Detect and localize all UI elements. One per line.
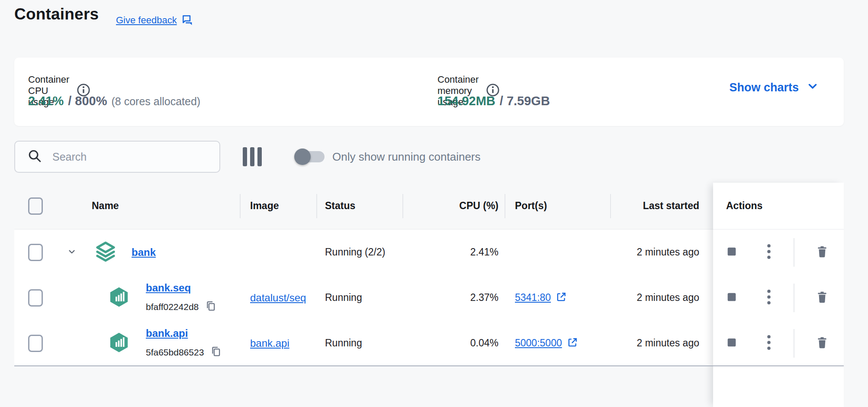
cpu-value: 2.37%	[402, 292, 505, 304]
column-resize-handle[interactable]	[316, 194, 317, 218]
containers-page: Containers Give feedback Container CPU u…	[0, 0, 868, 407]
container-hexagon-icon	[108, 285, 130, 311]
status-text: Running	[316, 337, 402, 349]
column-resize-handle[interactable]	[402, 194, 403, 218]
toggle-thumb	[294, 149, 311, 165]
image-link[interactable]: datalust/seq	[250, 292, 306, 304]
select-all-checkbox[interactable]	[28, 197, 43, 215]
cpu-value: 2.41%	[402, 246, 505, 258]
memory-total-value: / 7.59GB	[500, 94, 550, 108]
usage-stats-card: Container CPU usage 2.41% / 800% (8 core…	[14, 58, 844, 126]
actions-divider	[794, 329, 794, 358]
container-group-link[interactable]: bank	[132, 246, 156, 258]
actions-divider	[794, 238, 794, 267]
header-cpu: CPU (%)	[402, 200, 505, 212]
header-status: Status	[316, 200, 402, 212]
show-charts-label: Show charts	[729, 81, 799, 94]
memory-used-value: 154.92MB	[437, 94, 495, 108]
status-text: Running	[316, 292, 402, 304]
row-checkbox[interactable]	[28, 289, 43, 307]
expand-chevron-icon[interactable]	[66, 246, 77, 259]
table-bottom-border	[14, 365, 844, 366]
image-link[interactable]: bank.api	[250, 337, 289, 349]
actions-divider	[794, 284, 794, 312]
cpu-used-value: 2.41%	[28, 94, 64, 108]
last-started-value: 2 minutes ago	[610, 246, 713, 258]
header-image: Image	[240, 200, 316, 212]
actions-row	[713, 229, 844, 275]
table-header: Name Image Status CPU (%) Port(s) Last s…	[14, 183, 713, 229]
give-feedback-label[interactable]: Give feedback	[116, 15, 177, 26]
port-link[interactable]: 5000:5000	[515, 337, 562, 349]
running-only-toggle[interactable]	[294, 149, 328, 165]
external-link-icon[interactable]	[566, 336, 579, 350]
search-field[interactable]	[14, 141, 220, 173]
give-feedback-link[interactable]: Give feedback	[116, 14, 194, 27]
search-input[interactable]	[51, 150, 200, 164]
kebab-menu-icon[interactable]	[766, 243, 772, 262]
header-ports: Port(s)	[505, 200, 610, 212]
cpu-total-value: / 800%	[68, 94, 107, 108]
kebab-menu-icon[interactable]	[766, 334, 772, 353]
search-icon	[15, 149, 42, 165]
last-started-value: 2 minutes ago	[610, 292, 713, 304]
actions-column-panel: Actions	[713, 183, 844, 407]
container-id: bfaff02242d8	[146, 302, 199, 312]
header-actions: Actions	[713, 183, 844, 229]
row-checkbox[interactable]	[28, 335, 43, 352]
container-link[interactable]: bank.api	[146, 327, 222, 339]
header-name: Name	[90, 200, 240, 212]
column-resize-handle[interactable]	[505, 194, 505, 218]
cpu-cores-note: (8 cores allocated)	[112, 95, 201, 108]
delete-button[interactable]	[815, 245, 829, 260]
copy-icon[interactable]	[205, 300, 217, 314]
chevron-down-icon	[807, 80, 819, 95]
actions-row	[713, 275, 844, 320]
external-link-icon[interactable]	[555, 291, 567, 305]
container-hexagon-icon	[108, 330, 130, 356]
header-last-started: Last started	[610, 200, 713, 212]
column-resize-handle[interactable]	[610, 194, 611, 218]
cpu-value: 0.04%	[402, 337, 505, 349]
column-resize-handle[interactable]	[240, 194, 241, 218]
compose-stack-icon	[94, 240, 117, 265]
actions-row	[713, 320, 844, 366]
row-checkbox[interactable]	[28, 244, 43, 261]
container-link[interactable]: bank.seq	[146, 282, 217, 294]
copy-icon[interactable]	[210, 346, 222, 359]
container-id: 5fa65bd86523	[146, 347, 204, 358]
port-link[interactable]: 5341:80	[515, 292, 551, 304]
delete-button[interactable]	[815, 290, 829, 306]
stop-button[interactable]	[726, 291, 738, 305]
page-title: Containers	[14, 5, 99, 23]
kebab-menu-icon[interactable]	[766, 288, 772, 307]
stop-button[interactable]	[726, 336, 738, 350]
feedback-icon	[181, 14, 194, 27]
show-charts-button[interactable]: Show charts	[729, 80, 819, 95]
column-settings-icon[interactable]	[243, 147, 262, 166]
status-text: Running (2/2)	[316, 246, 402, 258]
delete-button[interactable]	[815, 336, 829, 351]
running-only-toggle-label: Only show running containers	[332, 150, 481, 164]
last-started-value: 2 minutes ago	[610, 337, 713, 349]
stop-button[interactable]	[726, 245, 738, 259]
